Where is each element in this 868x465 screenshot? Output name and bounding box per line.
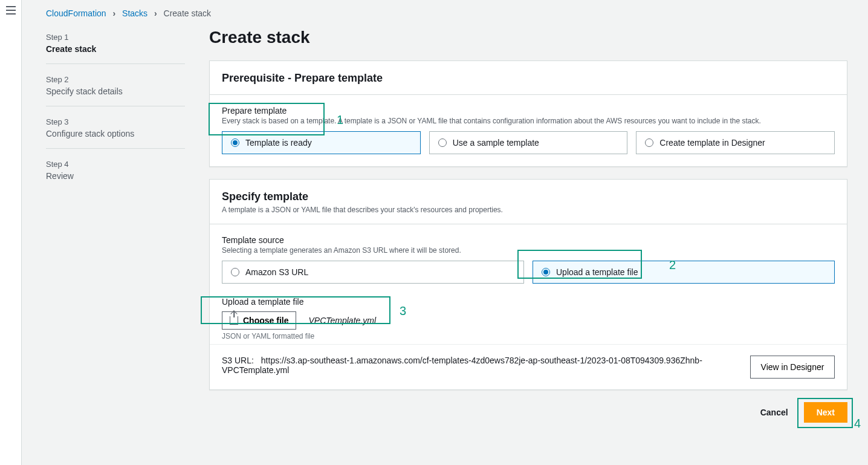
breadcrumb-current: Create stack xyxy=(164,8,212,18)
radio-s3-url[interactable]: Amazon S3 URL xyxy=(222,261,524,284)
prepare-template-label: Prepare template xyxy=(222,106,835,115)
wizard-nav: Step 1 Create stack Step 2 Specify stack… xyxy=(46,28,185,423)
radio-icon xyxy=(438,138,447,147)
upload-icon xyxy=(230,316,238,325)
panel2-desc: A template is a JSON or YAML file that d… xyxy=(222,206,835,214)
file-format-hint: JSON or YAML formatted file xyxy=(222,332,835,340)
next-button[interactable]: Next xyxy=(804,402,847,423)
cancel-button[interactable]: Cancel xyxy=(752,403,797,422)
template-source-desc: Selecting a template generates an Amazon… xyxy=(222,246,835,255)
breadcrumb-root[interactable]: CloudFormation xyxy=(46,8,106,18)
wizard-step-4: Step 4 Review xyxy=(46,155,185,190)
breadcrumb-stacks[interactable]: Stacks xyxy=(122,8,147,18)
choose-file-button[interactable]: Choose file xyxy=(222,311,296,330)
chevron-right-icon: › xyxy=(154,8,157,18)
panel2-title: Specify template xyxy=(222,190,835,203)
chosen-file-name: VPCTemplate.yml xyxy=(308,316,376,325)
radio-icon xyxy=(231,268,239,276)
wizard-step-1[interactable]: Step 1 Create stack xyxy=(46,28,185,64)
radio-template-ready[interactable]: Template is ready xyxy=(222,131,421,154)
panel1-title: Prerequisite - Prepare template xyxy=(222,72,835,85)
hamburger-menu-icon[interactable] xyxy=(6,6,16,15)
radio-icon xyxy=(231,138,239,147)
upload-file-label: Upload a template file xyxy=(222,297,835,307)
wizard-step-3: Step 3 Configure stack options xyxy=(46,112,185,149)
radio-upload-file[interactable]: Upload a template file xyxy=(533,261,835,284)
panel-specify-template: Specify template A template is a JSON or… xyxy=(209,179,847,390)
radio-create-designer[interactable]: Create template in Designer xyxy=(636,131,835,154)
annotation-number-4: 4 xyxy=(854,417,861,431)
radio-sample-template[interactable]: Use a sample template xyxy=(429,131,628,154)
template-source-label: Template source xyxy=(222,235,835,245)
wizard-step-2: Step 2 Specify stack details xyxy=(46,70,185,106)
panel-prerequisite: Prerequisite - Prepare template Prepare … xyxy=(209,60,847,167)
view-in-designer-button[interactable]: View in Designer xyxy=(750,356,835,379)
chevron-right-icon: › xyxy=(113,8,116,18)
s3-url-display: S3 URL: https://s3.ap-southeast-1.amazon… xyxy=(222,356,742,375)
radio-icon xyxy=(645,138,653,147)
page-title: Create stack xyxy=(209,28,847,47)
breadcrumb: CloudFormation › Stacks › Create stack xyxy=(46,8,847,18)
radio-icon xyxy=(542,268,550,276)
prepare-template-desc: Every stack is based on a template. A te… xyxy=(222,117,835,125)
